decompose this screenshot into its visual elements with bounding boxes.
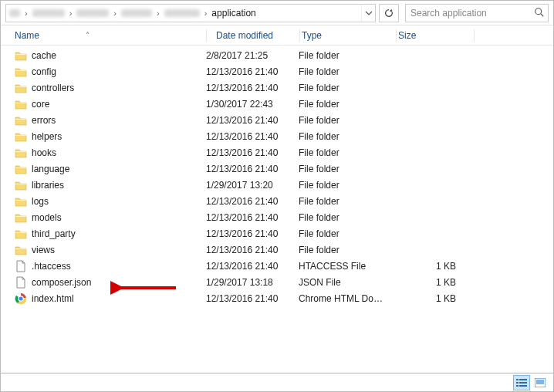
- breadcrumb-dropdown[interactable]: [361, 5, 375, 22]
- chevron-right-icon: ›: [155, 8, 161, 18]
- header-name[interactable]: Name ˄: [15, 30, 206, 41]
- header-divider[interactable]: [474, 29, 475, 42]
- file-date: 12/13/2016 21:40: [206, 212, 299, 223]
- sort-ascending-icon: ˄: [86, 31, 90, 39]
- svg-rect-5: [516, 382, 519, 384]
- file-list[interactable]: cache2/8/2017 21:25File folderconfig12/1…: [1, 46, 553, 306]
- file-date: 12/13/2016 21:40: [206, 131, 299, 142]
- file-type: Chrome HTML Do…: [299, 293, 394, 304]
- file-date: 12/13/2016 21:40: [206, 293, 299, 304]
- file-row[interactable]: core1/30/2017 22:43File folder: [1, 96, 553, 112]
- file-type: File folder: [299, 212, 394, 223]
- folder-icon: [15, 98, 27, 110]
- chevron-right-icon: ›: [23, 8, 29, 18]
- view-details-button[interactable]: [513, 375, 530, 390]
- chevron-right-icon: ›: [112, 8, 118, 18]
- view-large-icons-button[interactable]: [532, 375, 549, 390]
- file-icon: [15, 276, 27, 289]
- file-row[interactable]: index.html12/13/2016 21:40Chrome HTML Do…: [1, 290, 553, 306]
- file-row[interactable]: hooks12/13/2016 21:40File folder: [1, 144, 553, 161]
- file-row[interactable]: language12/13/2016 21:40File folder: [1, 161, 553, 177]
- file-date: 12/13/2016 21:40: [206, 245, 299, 255]
- column-headers: Name ˄ Date modified Type Size: [1, 25, 553, 46]
- folder-icon: [15, 179, 27, 191]
- file-date: 12/13/2016 21:40: [206, 228, 299, 239]
- file-name: hooks: [32, 147, 56, 158]
- file-date: 12/13/2016 21:40: [206, 83, 299, 93]
- file-size: 1 KB: [394, 293, 471, 304]
- file-type: File folder: [299, 180, 394, 191]
- file-row[interactable]: third_party12/13/2016 21:40File folder: [1, 225, 553, 242]
- file-row[interactable]: .htaccess12/13/2016 21:40HTACCESS File1 …: [1, 258, 553, 274]
- address-toolbar: › › › › › application: [1, 1, 553, 25]
- breadcrumb-current[interactable]: application: [208, 8, 258, 19]
- breadcrumb-segment-hidden[interactable]: [76, 9, 109, 17]
- breadcrumb-segment-hidden[interactable]: [164, 9, 200, 17]
- breadcrumb-segment-hidden[interactable]: [121, 9, 152, 17]
- file-row[interactable]: controllers12/13/2016 21:40File folder: [1, 79, 553, 96]
- file-type: File folder: [299, 245, 394, 255]
- svg-point-0: [535, 8, 542, 14]
- file-row[interactable]: cache2/8/2017 21:25File folder: [1, 47, 553, 63]
- large-icons-view-icon: [535, 378, 546, 387]
- folder-icon: [15, 82, 27, 94]
- svg-line-1: [541, 13, 544, 16]
- breadcrumb[interactable]: › › › › › application: [5, 4, 376, 22]
- file-name: helpers: [32, 131, 62, 142]
- file-date: 12/13/2016 21:40: [206, 261, 299, 272]
- file-name: third_party: [32, 228, 76, 239]
- folder-icon: [15, 147, 27, 159]
- folder-icon: [15, 49, 27, 62]
- folder-icon: [15, 66, 27, 78]
- file-row[interactable]: views12/13/2016 21:40File folder: [1, 242, 553, 258]
- file-type: File folder: [299, 164, 394, 174]
- file-name: composer.json: [32, 277, 91, 288]
- search-icon[interactable]: [534, 7, 545, 20]
- file-type: File folder: [299, 50, 394, 61]
- file-name: cache: [32, 50, 56, 61]
- folder-icon: [15, 195, 27, 208]
- file-row[interactable]: helpers12/13/2016 21:40File folder: [1, 128, 553, 144]
- header-type[interactable]: Type: [300, 30, 396, 41]
- file-date: 1/29/2017 13:18: [206, 277, 299, 288]
- svg-rect-3: [516, 379, 519, 380]
- file-name: core: [32, 99, 49, 110]
- file-row[interactable]: logs12/13/2016 21:40File folder: [1, 193, 553, 209]
- folder-icon: [15, 244, 27, 256]
- file-row[interactable]: composer.json1/29/2017 13:18JSON File1 K…: [1, 274, 553, 290]
- file-date: 12/13/2016 21:40: [206, 164, 299, 174]
- file-type: File folder: [299, 228, 394, 239]
- file-date: 12/13/2016 21:40: [206, 147, 299, 158]
- file-row[interactable]: libraries1/29/2017 13:20File folder: [1, 177, 553, 193]
- header-size[interactable]: Size: [397, 30, 474, 41]
- breadcrumb-segment-hidden[interactable]: [32, 9, 65, 17]
- file-date: 12/13/2016 21:40: [206, 196, 299, 207]
- file-date: 1/30/2017 22:43: [206, 99, 299, 110]
- file-name: index.html: [32, 293, 74, 304]
- refresh-button[interactable]: [379, 4, 399, 22]
- folder-icon: [15, 114, 27, 127]
- folder-icon: [15, 163, 27, 175]
- search-box[interactable]: [405, 4, 549, 22]
- svg-rect-10: [536, 380, 544, 384]
- file-type: JSON File: [299, 277, 394, 288]
- file-name: views: [32, 245, 55, 255]
- file-date: 12/13/2016 21:40: [206, 66, 299, 77]
- file-type: File folder: [299, 115, 394, 126]
- header-name-label: Name: [15, 30, 39, 41]
- file-row[interactable]: models12/13/2016 21:40File folder: [1, 209, 553, 225]
- folder-icon: [15, 130, 27, 143]
- svg-rect-7: [516, 385, 519, 387]
- file-type: File folder: [299, 147, 394, 158]
- search-input[interactable]: [406, 8, 548, 19]
- file-row[interactable]: errors12/13/2016 21:40File folder: [1, 112, 553, 128]
- header-date[interactable]: Date modified: [207, 30, 299, 41]
- breadcrumb-segment-hidden[interactable]: [9, 9, 20, 17]
- file-type: File folder: [299, 131, 394, 142]
- chrome-icon: [15, 292, 27, 305]
- details-view-icon: [516, 378, 527, 387]
- file-name: libraries: [32, 180, 64, 191]
- file-name: language: [32, 164, 69, 174]
- file-name: config: [32, 66, 56, 77]
- file-row[interactable]: config12/13/2016 21:40File folder: [1, 63, 553, 79]
